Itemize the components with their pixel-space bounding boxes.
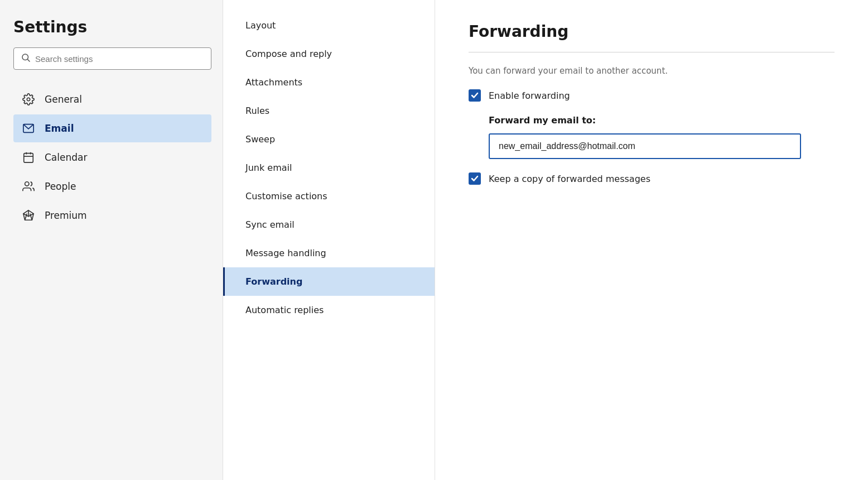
svg-point-2 [27,98,30,101]
svg-rect-4 [24,153,33,163]
search-input[interactable] [35,54,204,64]
content-area: Forwarding You can forward your email to… [435,0,868,480]
menu-item-message-handling[interactable]: Message handling [223,239,435,267]
search-icon [21,52,31,65]
sidebar-item-premium-label: Premium [45,210,87,221]
calendar-icon [21,150,36,165]
people-icon [21,179,36,194]
sidebar-item-people[interactable]: People [13,172,211,200]
svg-line-1 [27,59,30,61]
enable-forwarding-row: Enable forwarding [469,89,835,102]
keep-copy-checkbox[interactable] [469,172,481,185]
content-divider [469,52,835,52]
enable-forwarding-checkbox[interactable] [469,89,481,102]
menu-item-rules[interactable]: Rules [223,97,435,125]
sidebar-item-email[interactable]: Email [13,114,211,142]
sidebar-item-calendar-label: Calendar [45,152,87,163]
menu-item-junk-email[interactable]: Junk email [223,153,435,182]
sidebar-nav: General Email Calendar [13,85,211,229]
svg-point-0 [22,54,28,60]
content-description: You can forward your email to another ac… [469,66,835,76]
email-icon [21,121,36,136]
page-title: Settings [13,18,211,36]
sidebar-item-general[interactable]: General [13,85,211,113]
email-input-wrapper [489,133,835,159]
menu-item-automatic-replies[interactable]: Automatic replies [223,296,435,324]
menu-item-sweep[interactable]: Sweep [223,125,435,153]
menu-item-layout[interactable]: Layout [223,11,435,40]
sidebar-item-general-label: General [45,94,82,105]
sidebar-item-people-label: People [45,181,76,192]
sidebar: Settings General [0,0,223,480]
svg-point-8 [25,182,29,186]
sidebar-item-premium[interactable]: Premium [13,201,211,229]
menu-item-compose-reply[interactable]: Compose and reply [223,40,435,68]
sidebar-item-email-label: Email [45,123,74,134]
forward-email-input[interactable] [489,133,801,159]
forward-to-label: Forward my email to: [489,115,835,126]
menu-item-attachments[interactable]: Attachments [223,68,435,97]
keep-copy-row: Keep a copy of forwarded messages [469,172,835,185]
middle-menu: Layout Compose and reply Attachments Rul… [223,0,435,480]
content-title: Forwarding [469,22,835,41]
search-box[interactable] [13,47,211,70]
diamond-icon [21,208,36,223]
enable-forwarding-label: Enable forwarding [489,90,570,101]
menu-item-sync-email[interactable]: Sync email [223,210,435,239]
check-icon [471,92,479,99]
menu-item-forwarding[interactable]: Forwarding [223,267,435,296]
menu-item-customise-actions[interactable]: Customise actions [223,182,435,210]
check-icon-2 [471,175,479,183]
gear-icon [21,92,36,107]
sidebar-item-calendar[interactable]: Calendar [13,143,211,171]
keep-copy-label: Keep a copy of forwarded messages [489,174,650,184]
